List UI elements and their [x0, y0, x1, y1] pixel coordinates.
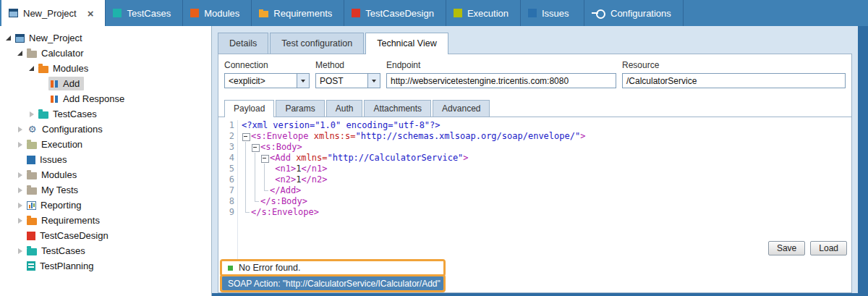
tab-execution[interactable]: Execution [446, 0, 521, 26]
issues-icon [27, 156, 35, 164]
tab-technical-view[interactable]: Technical View [365, 33, 448, 54]
tree-item-modules[interactable]: Modules [0, 61, 211, 76]
view-tabs: DetailsTest configurationTechnical View [212, 26, 858, 54]
fold-line [242, 153, 251, 164]
tree-item-testcases[interactable]: TestCases [0, 106, 211, 122]
tree-item-requirements[interactable]: Requirements [0, 213, 211, 228]
tab-configurations[interactable]: Configurations [584, 0, 684, 26]
code-line: </s:Body> [242, 196, 851, 207]
tree-item-add[interactable]: Add [0, 76, 211, 91]
tree-item-body: Issues [25, 153, 72, 166]
xml-code[interactable]: <?xml version="1.0" encoding="utf-8"?><s… [238, 120, 851, 259]
tree-item-label: Reporting [41, 200, 81, 211]
expand-arrow-icon[interactable] [14, 203, 25, 208]
tab-attachments[interactable]: Attachments [364, 100, 431, 117]
code-segment: "http://CalculatorService" [327, 153, 463, 163]
plan-icon [27, 261, 35, 271]
chevron-down-icon[interactable] [297, 74, 309, 88]
tree-item-label: TestCaseDesign [40, 230, 109, 241]
line-number: 8 [218, 196, 234, 207]
fold-line [260, 164, 270, 174]
tab-details[interactable]: Details [218, 33, 268, 54]
report-icon [27, 201, 36, 210]
expand-arrow-icon[interactable] [26, 111, 37, 117]
teal-icon [113, 9, 122, 17]
folder-gray-icon [27, 187, 37, 195]
red-icon [352, 9, 360, 17]
code-segment: > [463, 153, 468, 163]
tree-item-modules[interactable]: Modules [0, 167, 211, 182]
code-line: <Add xmlns="http://CalculatorService"> [242, 153, 851, 164]
status-area: No Error found. SOAP Action: "http://Cal… [218, 259, 446, 292]
payload-editor[interactable]: 123456789 <?xml version="1.0" encoding="… [218, 117, 851, 259]
tree-item-reporting[interactable]: Reporting [0, 198, 211, 213]
tab-label: Execution [467, 8, 509, 19]
tab-issues[interactable]: Issues [521, 0, 584, 26]
code-segment: <?xml version="1.0" encoding="utf-8"?> [242, 120, 441, 130]
fold-collapse-icon[interactable] [251, 142, 260, 153]
tree-item-body: TestCases [25, 244, 90, 258]
endpoint-label: Endpoint [386, 60, 616, 70]
tab-testcasedesign[interactable]: TestCaseDesign [344, 0, 446, 26]
tree-item-testcases[interactable]: TestCases [0, 243, 211, 258]
request-form: Connection <explicit> Method POST [218, 54, 851, 93]
expand-arrow-icon[interactable] [14, 187, 25, 193]
status-row: No Error found. [222, 261, 443, 274]
tab-requirements[interactable]: Requirements [252, 0, 344, 26]
tree-item-configurations[interactable]: Configurations [0, 122, 211, 137]
fold-collapse-icon[interactable] [242, 131, 251, 142]
tab-testcases[interactable]: TestCases [106, 0, 183, 26]
tree-item-execution[interactable]: Execution [0, 137, 211, 152]
tree-item-new-project[interactable]: New_Project [0, 30, 211, 46]
load-button[interactable]: Load [810, 241, 847, 255]
connection-select[interactable]: <explicit> [224, 73, 310, 88]
tab-test-configuration[interactable]: Test configuration [270, 33, 364, 54]
endpoint-input[interactable]: http://webservicetestengine.tricentis.co… [386, 73, 616, 88]
tree-item-testplanning[interactable]: TestPlanning [0, 258, 211, 274]
tree-item-add-response[interactable]: Add Response [0, 91, 211, 106]
blue-icon [528, 9, 537, 17]
method-select[interactable]: POST [315, 73, 380, 88]
collapse-arrow-icon[interactable] [14, 51, 25, 56]
tosca-window: New_Project×TestCasesModulesRequirements… [0, 0, 868, 296]
resource-group: Resource /CalculatorService [622, 60, 846, 88]
method-label: Method [315, 60, 380, 70]
folder-teal-icon [38, 111, 48, 119]
fold-collapse-icon[interactable] [260, 153, 270, 164]
collapse-arrow-icon[interactable] [26, 66, 37, 71]
tree-item-body: Execution [25, 138, 87, 151]
line-number: 2 [218, 131, 234, 142]
chevron-down-icon[interactable] [367, 74, 380, 88]
folder-teal-icon [27, 248, 37, 255]
resource-input[interactable]: /CalculatorService [622, 73, 846, 88]
expand-arrow-icon[interactable] [14, 248, 25, 254]
tree-item-label: Requirements [41, 215, 100, 226]
tree-item-label: Issues [40, 154, 67, 165]
expand-arrow-icon[interactable] [14, 218, 25, 224]
tab-auth[interactable]: Auth [326, 100, 363, 117]
connection-value: <explicit> [229, 76, 265, 86]
tab-modules[interactable]: Modules [183, 0, 252, 26]
code-segment: </Add> [270, 185, 301, 195]
tree-item-issues[interactable]: Issues [0, 152, 211, 167]
tree-item-my-tests[interactable]: My Tests [0, 182, 211, 198]
tab-label: TestCases [127, 8, 171, 19]
tab-advanced[interactable]: Advanced [433, 100, 490, 117]
collapse-arrow-icon[interactable] [3, 35, 14, 41]
code-segment: <s:Envelope [251, 131, 308, 141]
tab-params[interactable]: Params [276, 100, 324, 117]
close-icon[interactable]: × [88, 8, 94, 19]
connection-label: Connection [224, 60, 310, 70]
tab-new-project[interactable]: New_Project× [1, 0, 106, 26]
expand-arrow-icon[interactable] [14, 142, 25, 148]
save-button[interactable]: Save [768, 241, 805, 255]
tree-item-calculator[interactable]: Calculator [0, 46, 211, 61]
tree-item-testcasedesign[interactable]: TestCaseDesign [0, 228, 211, 243]
code-segment: </s:Envelope> [251, 207, 319, 217]
expand-arrow-icon[interactable] [14, 172, 25, 178]
folder-orange-icon [38, 66, 48, 73]
expand-arrow-icon[interactable] [14, 127, 25, 132]
tab-payload[interactable]: Payload [224, 100, 274, 117]
code-line: <n2>1</n2> [242, 174, 851, 185]
tree-item-label: Add [63, 78, 80, 89]
